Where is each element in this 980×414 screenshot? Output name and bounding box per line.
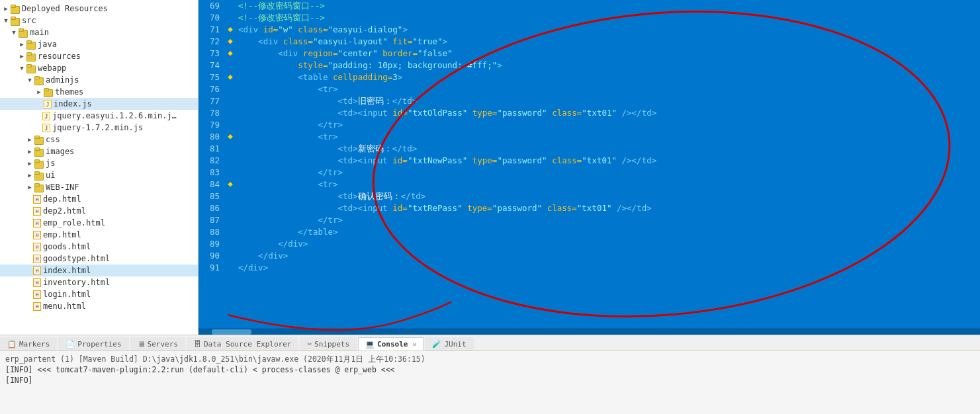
sidebar-label-images: images [46,147,74,156]
triangle-resources[interactable] [19,53,25,60]
triangle-java[interactable] [19,41,25,48]
sidebar-label-css: css [46,135,60,144]
tab-snippets[interactable]: ✂ Snippets [300,337,357,351]
tab-console-label: Console [377,340,408,349]
sidebar-item-images[interactable]: images [0,145,198,157]
tab-junit[interactable]: 🧪 JUnit [425,337,473,351]
line-num-76: 76 [199,83,225,94]
line-content-84: <tr> [236,179,980,189]
sidebar-item-login-html[interactable]: H login.html [0,288,198,300]
triangle-js[interactable] [26,160,33,167]
sidebar-item-index-html[interactable]: H index.html [0,265,198,276]
line-num-71: 71 [199,24,225,34]
line-marker-71: ◆ [225,24,236,34]
sidebar-label-dep2-html: dep2.html [43,206,86,216]
sidebar-item-themes[interactable]: themes [0,86,198,98]
sidebar-item-java[interactable]: java [0,38,198,50]
code-content[interactable]: 69 <!--修改密码窗口--> 70 <!--修改密码窗口--> 71 ◆ <… [199,0,980,328]
console-close-icon[interactable]: ✕ [412,341,416,348]
sidebar-label-goodstype-html: goodstype.html [43,254,110,263]
tab-markers-label: Markers [19,340,50,349]
tab-properties[interactable]: 📄 Properties [58,337,128,351]
sidebar-item-main[interactable]: main [0,26,198,38]
scrollbar-thumb[interactable] [212,329,251,335]
tab-servers-label: Servers [148,340,178,349]
line-num-80: 80 [199,131,225,142]
triangle-themes[interactable] [36,89,42,95]
sidebar-label-login-html: login.html [43,290,91,299]
sidebar-item-deployed[interactable]: Deployed Resources [0,3,198,15]
triangle-webapp[interactable] [19,65,25,71]
sidebar-item-css[interactable]: css [0,134,198,145]
sidebar-item-goodstype-html[interactable]: H goodstype.html [0,253,198,265]
sidebar-item-index-js[interactable]: J index.js [0,98,198,110]
sidebar-label-emp-role-html: emp_role.html [43,218,105,228]
code-line-89: 89 </div> [199,238,980,250]
sidebar-label-adminjs: adminjs [46,75,79,85]
code-line-88: 88 </table> [199,226,980,238]
sidebar-item-goods-html[interactable]: H goods.html [0,241,198,253]
sidebar-item-menu-html[interactable]: H menu.html [0,300,198,312]
sidebar-label-index-html: index.html [43,266,91,275]
triangle-main[interactable] [11,29,17,36]
console-content: erp_partent (1) [Maven Build] D:\java\jd… [0,351,980,414]
sidebar-label-dep-html: dep.html [43,194,81,204]
folder-icon-webapp [26,64,36,72]
sidebar-item-webapp[interactable]: webapp [0,62,198,74]
console-line-2: [INFO] <<< tomcat7-maven-plugin:2.2:run … [5,364,975,375]
triangle-ui[interactable] [26,172,33,179]
code-line-79: 79 </tr> [199,119,980,131]
sidebar-item-dep2-html[interactable]: H dep2.html [0,205,198,217]
sidebar-label-webinf: WEB-INF [46,183,79,192]
tab-console[interactable]: 💻 Console ✕ [358,337,423,351]
sidebar-item-dep-html[interactable]: H dep.html [0,193,198,205]
sidebar-item-webinf[interactable]: WEB-INF [0,181,198,193]
sidebar-item-src[interactable]: src [0,15,198,26]
file-icon-emp-html: H [33,231,41,239]
sidebar-label-inventory-html: inventory.html [43,278,110,287]
triangle-adminjs[interactable] [26,77,33,83]
folder-icon-adminjs [34,76,44,84]
tab-datasource[interactable]: 🗄 Data Source Explorer [187,337,298,351]
triangle-src[interactable] [3,17,9,24]
triangle-css[interactable] [26,136,33,143]
line-num-89: 89 [199,238,225,249]
snippets-icon: ✂ [307,340,312,349]
triangle-webinf[interactable] [26,184,33,190]
code-line-71: 71 ◆ <div id="w" class="easyui-dialog"> [199,24,980,36]
file-icon-goodstype-html: H [33,255,41,263]
code-lines: 69 <!--修改密码窗口--> 70 <!--修改密码窗口--> 71 ◆ <… [199,0,980,274]
sidebar-item-emp-html[interactable]: H emp.html [0,229,198,241]
sidebar-label-js: js [46,159,55,168]
tab-servers[interactable]: 🖥 Servers [130,337,185,351]
triangle-images[interactable] [26,148,33,155]
sidebar-item-adminjs[interactable]: adminjs [0,74,198,86]
line-content-74: style="padding: 10px; background: #fff;"… [236,60,980,70]
sidebar-item-jquery-easyui[interactable]: J jquery.easyui.1.2.6.min.j… [0,110,198,122]
code-line-90: 90 </div> [199,250,980,262]
line-num-69: 69 [199,0,225,11]
triangle-deployed[interactable] [3,5,9,12]
file-icon-dep-html: H [33,195,41,204]
sidebar-item-emp-role-html[interactable]: H emp_role.html [0,217,198,229]
line-content-82: <td><input id="txtNewPass" type="passwor… [236,155,980,165]
sidebar-label-index-js: index.js [54,99,92,108]
sidebar-item-resources[interactable]: resources [0,50,198,62]
sidebar-item-inventory-html[interactable]: H inventory.html [0,276,198,288]
line-content-90: </div> [236,250,980,261]
folder-icon-themes [44,88,53,96]
markers-icon: 📋 [7,340,17,349]
code-line-77: 77 <td>旧密码：</td> [199,95,980,107]
editor-scrollbar[interactable] [199,328,980,335]
tab-markers[interactable]: 📋 Markers [0,337,57,351]
line-content-69: <!--修改密码窗口--> [236,0,980,12]
sidebar-item-js[interactable]: js [0,157,198,169]
file-icon-menu-html: H [33,302,41,311]
sidebar-label-webapp: webapp [38,63,66,73]
code-line-80: 80 ◆ <tr> [199,131,980,143]
sidebar-item-jquery[interactable]: J jquery-1.7.2.min.js [0,122,198,134]
sidebar-label-jquery-easyui: jquery.easyui.1.2.6.min.j… [52,111,177,120]
folder-icon-main [19,28,28,36]
sidebar-item-ui[interactable]: ui [0,169,198,181]
code-line-86: 86 <td><input id="txtRePass" type="passw… [199,202,980,214]
